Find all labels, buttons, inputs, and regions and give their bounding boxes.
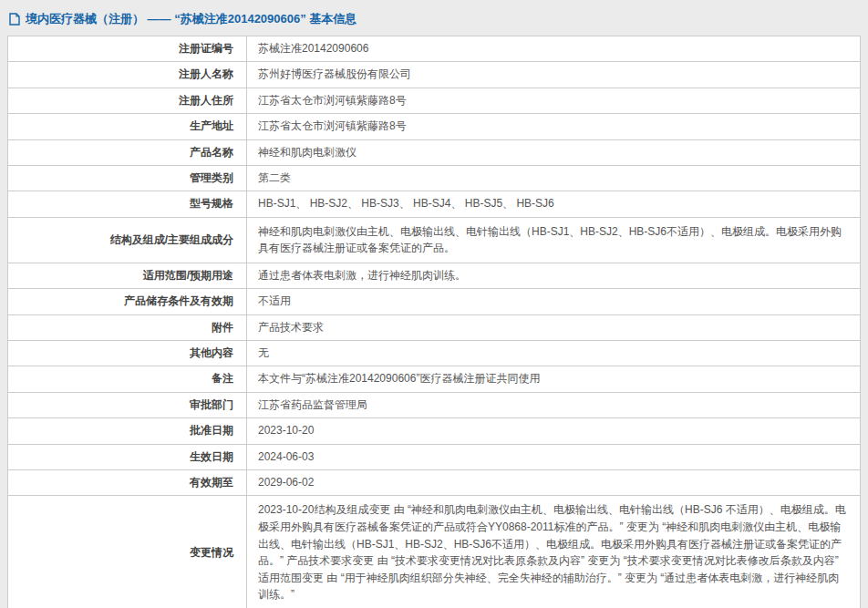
table-row: 产品名称 神经和肌肉电刺激仪 [8, 139, 861, 165]
table-row: 备注 本文件与“苏械注准20142090606”医疗器械注册证共同使用 [8, 366, 861, 392]
row-label: 其他内容 [8, 341, 247, 366]
row-label: 注册人名称 [8, 62, 247, 88]
row-value: 无 [247, 341, 861, 366]
page: 境内医疗器械（注册） —— “苏械注准20142090606” 基本信息 注册证… [0, 0, 868, 608]
row-label: 管理类别 [8, 165, 247, 191]
table-row: 产品储存条件及有效期 不适用 [8, 289, 861, 314]
row-label: 注册证编号 [8, 36, 247, 62]
row-value: 本文件与“苏械注准20142090606”医疗器械注册证共同使用 [247, 366, 861, 392]
row-value: 第二类 [247, 165, 861, 191]
registration-info-table: 注册证编号 苏械注准20142090606 注册人名称 苏州好博医疗器械股份有限… [7, 36, 861, 608]
table-row: 结构及组成/主要组成成分 神经和肌肉电刺激仪由主机、电极输出线、电针输出线（HB… [8, 217, 861, 263]
table-row: 型号规格 HB-SJ1、 HB-SJ2、 HB-SJ3、 HB-SJ4、 HB-… [8, 191, 861, 217]
row-value: 2029-06-02 [247, 470, 861, 496]
page-title-text: 境内医疗器械（注册） —— “苏械注准20142090606” 基本信息 [26, 11, 356, 27]
table-row: 批准日期 2023-10-20 [8, 418, 861, 444]
page-title: 境内医疗器械（注册） —— “苏械注准20142090606” 基本信息 [7, 7, 861, 36]
row-value: 江苏省太仓市浏河镇紫藤路8号 [247, 114, 861, 139]
row-value: 产品技术要求 [247, 314, 861, 340]
row-label: 产品名称 [8, 139, 247, 165]
table-row: 生产地址 江苏省太仓市浏河镇紫藤路8号 [8, 114, 861, 139]
row-label: 备注 [8, 366, 247, 392]
row-value: HB-SJ1、 HB-SJ2、 HB-SJ3、 HB-SJ4、 HB-SJ5、 … [247, 191, 861, 217]
row-label: 批准日期 [8, 418, 247, 444]
row-label: 产品储存条件及有效期 [8, 289, 247, 314]
row-label: 适用范围/预期用途 [8, 263, 247, 288]
table-row: 附件 产品技术要求 [8, 314, 861, 340]
row-label: 生效日期 [8, 444, 247, 469]
row-value: 通过患者体表电刺激，进行神经肌肉训练。 [247, 263, 861, 288]
table-row: 审批部门 江苏省药品监督管理局 [8, 392, 861, 417]
row-value: 2023-10-20 [247, 418, 861, 444]
table-row: 其他内容 无 [8, 341, 861, 366]
row-label: 审批部门 [8, 392, 247, 417]
table-row: 有效期至 2029-06-02 [8, 470, 861, 496]
table-row: 注册人住所 江苏省太仓市浏河镇紫藤路8号 [8, 88, 861, 113]
row-value: 神经和肌肉电刺激仪 [247, 139, 861, 165]
table-row: 注册证编号 苏械注准20142090606 [8, 36, 861, 62]
table-row: 生效日期 2024-06-03 [8, 444, 861, 469]
row-value: 苏械注准20142090606 [247, 36, 861, 62]
row-label: 有效期至 [8, 470, 247, 496]
row-label: 变更情况 [8, 496, 247, 608]
table-row: 管理类别 第二类 [8, 165, 861, 191]
row-label: 注册人住所 [8, 88, 247, 113]
row-label: 结构及组成/主要组成成分 [8, 217, 247, 263]
table-row: 注册人名称 苏州好博医疗器械股份有限公司 [8, 62, 861, 88]
table-row: 适用范围/预期用途 通过患者体表电刺激，进行神经肌肉训练。 [8, 263, 861, 288]
row-label: 生产地址 [8, 114, 247, 139]
table-row: 变更情况 2023-10-20结构及组成变更 由 “神经和肌肉电刺激仪由主机、电… [8, 496, 861, 608]
row-value: 江苏省太仓市浏河镇紫藤路8号 [247, 88, 861, 113]
row-value: 苏州好博医疗器械股份有限公司 [247, 62, 861, 88]
row-value: 2024-06-03 [247, 444, 861, 469]
document-icon [9, 13, 20, 26]
row-value: 不适用 [247, 289, 861, 314]
row-label: 型号规格 [8, 191, 247, 217]
row-value: 神经和肌肉电刺激仪由主机、电极输出线、电针输出线（HB-SJ1、HB-SJ2、H… [247, 217, 861, 263]
row-value: 2023-10-20结构及组成变更 由 “神经和肌肉电刺激仪由主机、电极输出线、… [247, 496, 861, 608]
row-value: 江苏省药品监督管理局 [247, 392, 861, 417]
row-label: 附件 [8, 314, 247, 340]
